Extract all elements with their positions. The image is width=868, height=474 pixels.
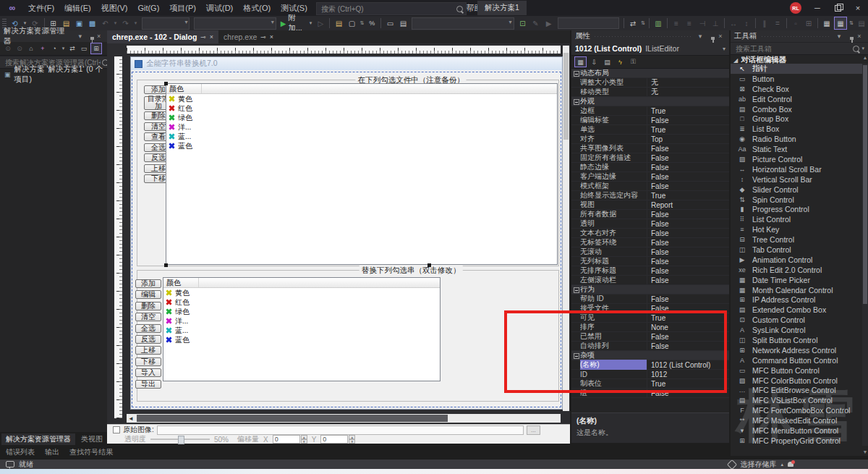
toolbox-item[interactable]: ⊠ Check Box (731, 84, 868, 94)
property-value[interactable]: False (647, 182, 729, 190)
close-button[interactable]: × (848, 0, 868, 16)
scroll-up-icon[interactable]: ▲ (862, 55, 868, 60)
property-value[interactable]: False (647, 116, 729, 124)
property-name[interactable]: 左侧滚动栏 (580, 275, 647, 285)
toolbar-item[interactable]: ⊞ (803, 17, 814, 29)
property-name[interactable]: 对齐 (580, 134, 647, 144)
toolbox-item[interactable]: ◆ Slider Control (731, 185, 868, 195)
dialog-button[interactable]: 导出 (135, 380, 161, 389)
toolbox-item[interactable]: ▾ MFC MenuButton Control (731, 426, 868, 436)
property-value[interactable]: Report (647, 200, 729, 209)
property-value[interactable]: False (647, 163, 729, 172)
string-list-control[interactable]: 颜色 黄色 红色 绿色 (163, 277, 441, 381)
explorer-tool-icon[interactable]: ⊙ (14, 43, 25, 54)
toolbox-item[interactable]: xe Rich Edit 2.0 Control (731, 265, 868, 275)
toolbox-item[interactable]: ** MFC MaskedEdit Control (731, 415, 868, 426)
toolbar-item[interactable] (755, 18, 756, 28)
dialog-button[interactable]: 下移 (135, 357, 161, 366)
toolbar-item[interactable]: ↶ (100, 17, 111, 29)
toolbox-item[interactable]: A SysLink Control (731, 325, 868, 335)
overlay-image-checkbox[interactable] (113, 426, 120, 433)
property-value[interactable]: 无 (647, 88, 729, 96)
property-name[interactable]: 帮助 ID (580, 294, 647, 304)
close-icon[interactable]: × (210, 33, 213, 41)
toolbar-item[interactable]: = (772, 17, 783, 29)
explorer-tool-icon[interactable]: ⊙ (3, 43, 13, 54)
toolbox-item[interactable]: Aa Static Text (731, 144, 868, 154)
toolbar-item[interactable] (558, 17, 619, 29)
toolbox-item[interactable]: ▤ Extended Combo Box (731, 305, 868, 315)
menu-item[interactable]: 视图(V) (96, 0, 133, 16)
toolbar-item[interactable]: ▥ (652, 17, 664, 29)
property-name[interactable]: (名称) (580, 360, 647, 370)
property-value[interactable]: False (647, 266, 729, 275)
property-value[interactable]: 无 (647, 78, 729, 87)
property-row[interactable]: 组 False (571, 389, 729, 398)
toolbar-item[interactable] (194, 17, 276, 30)
quick-search[interactable] (316, 2, 467, 15)
toolbar-item[interactable]: ▶ (543, 17, 555, 29)
property-value[interactable]: 1012 (List Control) (647, 360, 729, 369)
file-list-control[interactable]: 颜色 黄色 红色 绿色 (166, 83, 558, 265)
dialog-button[interactable]: 编辑 (135, 290, 161, 299)
toolbox-item[interactable]: ▮ Progress Control (731, 204, 868, 214)
panel-tab[interactable]: 类视图 (77, 433, 107, 445)
property-name[interactable]: 单选 (580, 124, 647, 135)
toolbar-item[interactable]: ▭ (384, 17, 396, 29)
toolbar-item[interactable]: ▣ (74, 17, 85, 29)
sizing-handle[interactable] (427, 263, 431, 267)
toolbox-item[interactable]: ▭ MFC Button Control (731, 365, 868, 376)
list-item[interactable]: 绿色 (166, 113, 557, 122)
column-header[interactable]: 颜色 (163, 278, 199, 287)
property-name[interactable]: 无标签环绕 (580, 237, 647, 247)
property-value[interactable]: False (647, 332, 729, 341)
toolbar-item[interactable]: ⊣ (697, 17, 708, 29)
toolbar-item[interactable] (786, 18, 787, 28)
property-name[interactable]: 移动类型 (580, 87, 647, 97)
property-value[interactable]: False (647, 295, 729, 303)
list-header[interactable]: 颜色 (163, 278, 440, 288)
menu-item[interactable]: 编辑(E) (59, 0, 96, 16)
property-name[interactable]: 无排序标题 (580, 266, 647, 276)
dialog-button[interactable]: 删除 (135, 302, 161, 310)
toolbar-item[interactable]: ▦ (834, 17, 847, 30)
explorer-tool-icon[interactable]: ◔ (49, 43, 59, 54)
alphabetical-icon[interactable]: ⇩ (589, 57, 600, 67)
list-header[interactable]: 颜色 (166, 84, 557, 94)
property-value[interactable]: False (647, 257, 729, 266)
menu-item[interactable]: Git(G) (132, 0, 164, 16)
offset-y-input[interactable] (320, 435, 348, 444)
property-name[interactable]: 动态布局 (580, 68, 722, 78)
property-value[interactable]: False (647, 389, 729, 397)
column-header[interactable]: 颜色 (166, 84, 202, 93)
explorer-tool-icon[interactable]: ⇄ (67, 43, 77, 54)
toolbox-item[interactable]: ▤ MFC VSListBox Control (731, 395, 868, 405)
panel-tab[interactable]: 解决方案资源管理器 (1, 433, 75, 445)
offset-y-spinner[interactable]: ▴▾ (320, 435, 355, 444)
toolbox-item[interactable]: ↕ Vertical Scroll Bar (731, 174, 868, 185)
editor-vertical-scrollbar[interactable] (563, 46, 569, 411)
toolbar-item[interactable]: ↔ (728, 17, 739, 29)
property-name[interactable]: 共享图像列表 (580, 143, 647, 153)
close-icon[interactable]: × (94, 33, 103, 40)
toolbox-item[interactable]: ≣ List Box (731, 124, 868, 134)
property-value[interactable]: False (647, 172, 729, 181)
property-name[interactable]: 接受文件 (580, 303, 647, 313)
list-item[interactable]: 蓝色 (163, 335, 440, 344)
property-value[interactable]: 1012 (647, 370, 729, 378)
notification-bell-icon[interactable] (788, 462, 793, 467)
toolbar-item[interactable] (380, 18, 381, 28)
events-icon[interactable]: ϟ (615, 57, 626, 67)
explorer-tool-icon[interactable]: ⌂ (26, 43, 36, 54)
toolbar-item[interactable] (412, 17, 514, 30)
toolbox-scrollbar[interactable]: ▲ ▼ (862, 64, 868, 446)
toolbar-item[interactable] (817, 18, 818, 28)
toolbar-item[interactable]: ≡ (671, 17, 682, 29)
toolbox-item[interactable]: ≡ Hot Key (731, 224, 868, 234)
list-item[interactable]: 绿色 (163, 307, 440, 316)
property-name[interactable]: 组 (580, 388, 647, 398)
toolbox-item[interactable]: ⠿ List Control (731, 214, 868, 224)
toolbox-item[interactable]: ⊟ Tree Control (731, 234, 868, 245)
dialog-button[interactable]: 上移 (135, 346, 161, 355)
solution-tree-item[interactable]: ▣ 解决方案 '解决方案1' (0 个项目) (0, 69, 107, 80)
